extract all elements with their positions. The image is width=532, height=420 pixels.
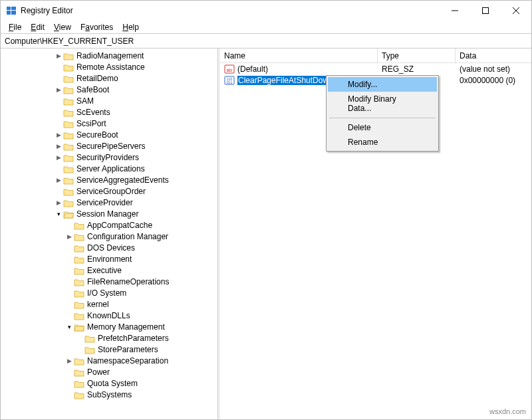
values-header: Name Type Data [220, 49, 531, 63]
value-name-cell: (Default) [220, 64, 378, 74]
no-expand-icon [65, 255, 74, 264]
tree-item[interactable]: ▶Configuration Manager [1, 231, 217, 243]
tree-item[interactable]: ▶ServiceProvider [1, 197, 217, 209]
folder-icon [63, 198, 74, 209]
expand-icon[interactable]: ▶ [65, 357, 74, 366]
tree-item[interactable]: KnownDLLs [1, 310, 217, 322]
tree-item[interactable]: FileRenameOperations [1, 276, 217, 288]
tree-item[interactable]: ▾Session Manager [1, 209, 217, 220]
tree-pane[interactable]: ▶RadioManagementRemote AssistanceRetailD… [1, 49, 218, 419]
expand-icon[interactable]: ▶ [65, 233, 74, 242]
tree-item-label: Quota System [87, 378, 138, 389]
close-button[interactable] [501, 1, 531, 21]
tree-item-label: Memory Management [87, 322, 165, 333]
expand-icon[interactable]: ▶ [54, 52, 63, 61]
tree-item[interactable]: ▶SecurePipeServers [1, 141, 217, 152]
folder-icon [74, 368, 84, 378]
tree-item[interactable]: ▶SecurityProviders [1, 152, 217, 163]
tree-item[interactable]: PrefetchParameters [1, 333, 217, 344]
tree-item[interactable]: Power [1, 367, 217, 378]
address-bar[interactable]: Computer\HKEY_CURRENT_USER [1, 34, 531, 49]
folder-icon [84, 334, 95, 344]
menu-favorites[interactable]: Favorites [76, 22, 117, 33]
tree-item[interactable]: ▶ServiceAggregatedEvents [1, 175, 217, 186]
tree-item[interactable]: Quota System [1, 378, 217, 389]
no-expand-icon [65, 221, 74, 231]
ctx-rename[interactable]: Rename [328, 135, 437, 150]
tree-item[interactable]: ▶SecureBoot [1, 130, 217, 141]
values-pane[interactable]: Name Type Data (Default)REG_SZ(value not… [220, 49, 531, 419]
tree-item[interactable]: Server Applications [1, 163, 217, 175]
expand-icon[interactable]: ▶ [54, 131, 63, 140]
expand-icon[interactable]: ▶ [54, 176, 63, 185]
tree-item-label: DOS Devices [87, 243, 135, 254]
tree-item[interactable]: Executive [1, 265, 217, 276]
svg-rect-1 [11, 7, 16, 10]
no-expand-icon [65, 289, 74, 298]
tree-item-label: SecurePipeServers [76, 141, 145, 152]
expand-icon[interactable]: ▶ [54, 86, 63, 95]
tree-item[interactable]: RetailDemo [1, 73, 217, 84]
expand-icon[interactable]: ▶ [54, 199, 63, 208]
value-row[interactable]: (Default)REG_SZ(value not set) [220, 63, 531, 74]
no-expand-icon [65, 391, 74, 400]
tree-item-label: Session Manager [76, 209, 138, 220]
minimize-button[interactable] [440, 1, 470, 21]
tree-item[interactable]: DOS Devices [1, 243, 217, 254]
svg-rect-5 [483, 8, 489, 14]
tree-item[interactable]: Remote Assistance [1, 62, 217, 73]
folder-icon [84, 345, 95, 356]
tree-item[interactable]: SAM [1, 96, 217, 107]
no-expand-icon [65, 278, 74, 287]
tree-item[interactable]: kernel [1, 299, 217, 310]
tree-item[interactable]: ▶RadioManagement [1, 51, 217, 62]
tree-item[interactable]: ScsiPort [1, 118, 217, 130]
tree-item[interactable]: I/O System [1, 288, 217, 299]
folder-icon [63, 85, 74, 96]
no-expand-icon [54, 120, 63, 129]
tree-item[interactable]: AppCompatCache [1, 220, 217, 231]
ctx-modify[interactable]: Modify... [328, 77, 437, 92]
no-expand-icon [65, 379, 74, 389]
titlebar-left: Registry Editor [6, 5, 73, 16]
ctx-modify-binary[interactable]: Modify Binary Data... [328, 92, 437, 116]
no-expand-icon [65, 244, 74, 253]
no-expand-icon [54, 74, 63, 84]
folder-icon [63, 187, 74, 197]
ctx-delete[interactable]: Delete [328, 120, 437, 135]
folder-icon [74, 288, 84, 299]
tree-item[interactable]: ▾Memory Management [1, 322, 217, 333]
content-area: ▶RadioManagementRemote AssistanceRetailD… [1, 49, 531, 419]
column-header-name[interactable]: Name [220, 49, 378, 62]
tree-item[interactable]: ServiceGroupOrder [1, 186, 217, 197]
tree-item-label: RadioManagement [76, 51, 144, 62]
tree-item-label: ServiceGroupOrder [76, 186, 146, 197]
tree-item[interactable]: ▶NamespaceSeparation [1, 356, 217, 367]
folder-icon [63, 119, 74, 130]
tree-item[interactable]: StoreParameters [1, 344, 217, 356]
menu-help[interactable]: Help [118, 22, 143, 33]
expand-icon[interactable]: ▶ [54, 142, 63, 152]
tree-item-label: SAM [76, 96, 94, 107]
collapse-icon[interactable]: ▾ [54, 210, 63, 219]
window-title: Registry Editor [21, 6, 73, 15]
tree-item[interactable]: SubSystems [1, 389, 217, 401]
folder-icon [74, 266, 84, 276]
menu-file[interactable]: File [5, 22, 25, 33]
tree-item[interactable]: Environment [1, 254, 217, 265]
menu-view[interactable]: View [50, 22, 75, 33]
expand-icon[interactable]: ▶ [54, 154, 63, 163]
column-header-data[interactable]: Data [456, 49, 531, 62]
maximize-button[interactable] [470, 1, 501, 21]
svg-rect-0 [7, 7, 11, 10]
tree-item-label: SecurityProviders [76, 152, 139, 163]
menu-edit[interactable]: Edit [27, 22, 49, 33]
column-header-type[interactable]: Type [378, 49, 456, 62]
collapse-icon[interactable]: ▾ [65, 323, 74, 332]
folder-icon [63, 130, 74, 141]
app-icon [6, 5, 17, 16]
folder-icon [63, 51, 74, 62]
tree-item[interactable]: ▶SafeBoot [1, 84, 217, 96]
tree-item[interactable]: ScEvents [1, 107, 217, 118]
folder-icon [63, 153, 74, 163]
